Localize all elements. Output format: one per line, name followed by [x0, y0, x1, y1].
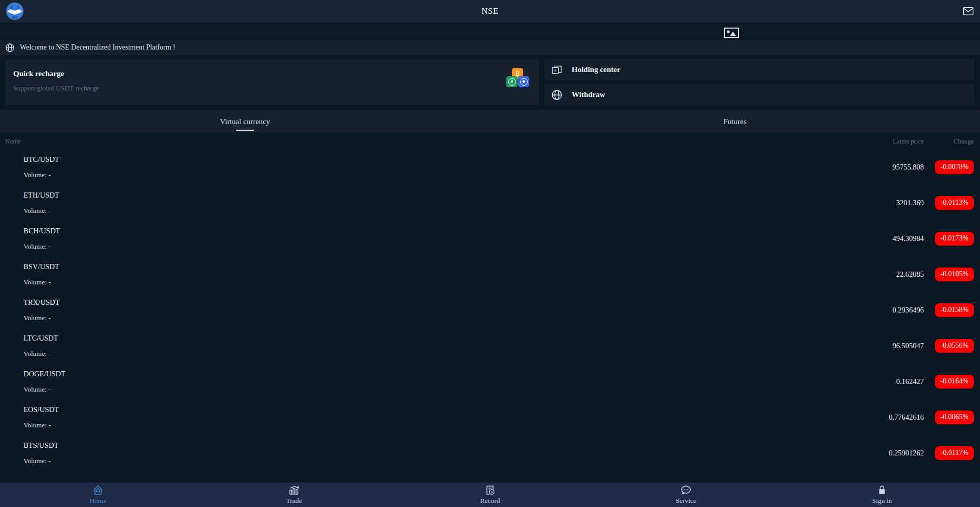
latest-price: 3201.369	[896, 199, 924, 207]
pair-label: BTC/USDT	[23, 155, 892, 164]
broken-image-icon	[724, 28, 739, 38]
pair-label: BSV/USDT	[23, 262, 896, 271]
tab-virtual-currency[interactable]: Virtual currency	[0, 110, 490, 133]
nav-item-home[interactable]: Home	[0, 482, 196, 507]
change-badge: -0.0556%	[935, 339, 974, 353]
volume-label: Volume: -	[23, 243, 892, 251]
latest-price: 0.2936496	[892, 306, 924, 315]
ethereum-coin-icon: ♦	[518, 76, 529, 87]
trade-chart-icon	[288, 485, 300, 495]
nav-item-record[interactable]: Record	[392, 482, 588, 507]
notice-bar[interactable]: Welcome to NSE Decentralized Investment …	[0, 40, 980, 55]
change-badge: -0.0158%	[935, 303, 974, 317]
volume-label: Volume: -	[23, 421, 889, 429]
table-row[interactable]: BSV/USDT Volume: - 22.62085 -0.0105%	[0, 256, 980, 292]
market-rows: BTC/USDT Volume: - 95755.808 -0.0078% ET…	[0, 149, 980, 471]
table-row[interactable]: BCH/USDT Volume: - 494.30984 -0.0173%	[0, 221, 980, 256]
nav-item-trade[interactable]: Trade	[196, 482, 392, 507]
latest-price: 22.62085	[896, 270, 924, 279]
volume-label: Volume: -	[23, 457, 889, 465]
pair-label: LTC/USDT	[23, 334, 892, 343]
top-header: NSE	[0, 0, 980, 22]
notice-text: Welcome to NSE Decentralized Investment …	[20, 43, 175, 52]
table-row[interactable]: EOS/USDT Volume: - 0.77642616 -0.0065%	[0, 399, 980, 435]
quick-recharge-subtitle: Support global USDT recharge	[13, 84, 531, 92]
pair-label: ETH/USDT	[23, 191, 896, 200]
table-header: Name Latest price Change	[0, 134, 980, 149]
nav-label: Record	[480, 497, 500, 505]
latest-price: 0.77642616	[889, 413, 924, 422]
quick-recharge-title: Quick recharge	[13, 69, 531, 78]
home-icon	[92, 485, 104, 495]
globe-icon	[5, 43, 15, 53]
latest-price: 95755.808	[892, 163, 924, 172]
tab-futures[interactable]: Futures	[490, 110, 980, 133]
volume-label: Volume: -	[23, 278, 896, 286]
pair-label: BCH/USDT	[23, 227, 892, 235]
withdraw-button[interactable]: Withdraw	[544, 84, 975, 105]
latest-price: 0.25901262	[889, 449, 924, 457]
latest-price: 96.505047	[892, 342, 924, 350]
volume-label: Volume: -	[23, 207, 896, 215]
nav-label: Trade	[286, 497, 302, 505]
holding-center-button[interactable]: Holding center	[544, 59, 975, 80]
change-badge: -0.0105%	[935, 268, 974, 281]
change-badge: -0.0164%	[935, 375, 974, 389]
quick-recharge-card[interactable]: Quick recharge Support global USDT recha…	[5, 59, 539, 105]
volume-label: Volume: -	[23, 350, 892, 358]
table-row[interactable]: DOGE/USDT Volume: - 0.162427 -0.0164%	[0, 364, 980, 399]
record-doc-icon	[484, 485, 496, 495]
withdraw-label: Withdraw	[572, 90, 605, 99]
bottom-nav: Home Trade Record	[0, 482, 980, 507]
coin-stack: ₿ ₮ ♦	[505, 66, 532, 98]
table-row[interactable]: LTC/USDT Volume: - 96.505047 -0.0556%	[0, 328, 980, 364]
banner-carousel	[0, 22, 980, 39]
nav-item-signin[interactable]: Sign in	[784, 482, 980, 507]
lock-icon	[876, 485, 888, 495]
side-actions: Holding center Withdraw	[544, 59, 975, 105]
nav-label: Home	[90, 497, 107, 505]
nav-label: Sign in	[872, 497, 892, 505]
col-change: Change	[924, 137, 974, 146]
volume-label: Volume: -	[23, 171, 892, 179]
table-row[interactable]: TRX/USDT Volume: - 0.2936496 -0.0158%	[0, 292, 980, 328]
change-badge: -0.0117%	[935, 446, 974, 460]
market-tabs: Virtual currency Futures	[0, 110, 980, 133]
volume-label: Volume: -	[23, 385, 896, 394]
change-badge: -0.0113%	[935, 196, 974, 210]
col-name: Name	[5, 137, 893, 146]
nav-label: Service	[676, 497, 696, 505]
pair-label: TRX/USDT	[23, 298, 892, 307]
holding-center-icon	[551, 64, 562, 76]
latest-price: 494.30984	[892, 234, 924, 243]
tether-coin-icon: ₮	[506, 76, 518, 87]
table-row[interactable]: BTC/USDT Volume: - 95755.808 -0.0078%	[0, 149, 980, 185]
col-price: Latest price	[893, 137, 924, 146]
table-row[interactable]: BTS/USDT Volume: - 0.25901262 -0.0117%	[0, 435, 980, 471]
change-badge: -0.0078%	[935, 160, 974, 174]
withdraw-globe-icon	[551, 89, 562, 101]
pair-label: BTS/USDT	[23, 441, 889, 450]
pair-label: EOS/USDT	[23, 405, 889, 414]
pair-label: DOGE/USDT	[23, 370, 896, 378]
nav-item-service[interactable]: Service	[588, 482, 784, 507]
volume-label: Volume: -	[23, 314, 892, 322]
service-chat-icon	[680, 485, 692, 495]
change-badge: -0.0065%	[935, 411, 974, 424]
quick-actions-row: Quick recharge Support global USDT recha…	[0, 55, 980, 105]
table-row[interactable]: ETH/USDT Volume: - 3201.369 -0.0113%	[0, 185, 980, 221]
change-badge: -0.0173%	[935, 232, 974, 246]
holding-center-label: Holding center	[572, 65, 620, 74]
page-title: NSE	[0, 6, 980, 16]
latest-price: 0.162427	[896, 377, 924, 386]
